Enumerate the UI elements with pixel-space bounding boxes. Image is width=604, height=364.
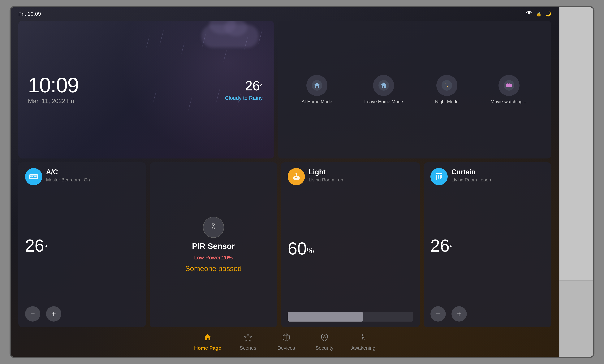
- curtain-name: Curtain: [452, 168, 491, 176]
- curtain-header: Curtain Living Room · open: [430, 168, 544, 185]
- right-panel-top: [559, 7, 593, 280]
- pir-status: Someone passed: [185, 264, 242, 273]
- ac-icon: [25, 168, 42, 185]
- ac-controls: − +: [25, 306, 139, 322]
- light-brightness-value: 60: [288, 239, 307, 258]
- scene-leave-home[interactable]: Leave Home Mode: [364, 75, 403, 104]
- nav-devices[interactable]: Devices: [275, 333, 298, 351]
- curtain-icon: [430, 168, 448, 185]
- svg-point-0: [529, 14, 530, 15]
- ac-name: A/C: [46, 168, 90, 176]
- light-unit: %: [307, 246, 314, 255]
- nav-security-label: Security: [315, 345, 333, 351]
- ac-value-group: 26°: [25, 237, 139, 254]
- ac-unit: °: [44, 243, 47, 252]
- light-name: Light: [309, 168, 343, 176]
- scene-night[interactable]: Night Mode: [435, 75, 459, 104]
- curtain-unit: °: [450, 243, 453, 252]
- lock-icon: 🔒: [536, 11, 542, 17]
- svg-point-4: [384, 83, 385, 85]
- svg-rect-22: [436, 173, 442, 174]
- ac-temperature: 26: [25, 236, 44, 255]
- svg-point-7: [449, 84, 449, 85]
- scene-movie[interactable]: Movie-watching ...: [491, 75, 528, 104]
- nav-devices-icon: [282, 333, 290, 344]
- right-panel-bottom: [559, 280, 593, 357]
- brightness-bar[interactable]: [288, 312, 413, 322]
- pir-name: PIR Sensor: [192, 242, 235, 251]
- pir-icon: [203, 217, 224, 238]
- nav-security[interactable]: Security: [313, 333, 336, 351]
- light-value-group: 60%: [288, 240, 413, 257]
- scenes-card: At Home Mode Leave Home: [278, 21, 551, 159]
- curtain-controls: − +: [430, 306, 544, 322]
- content-area: 10:09 Mar. 11, 2022 Fri. 26° Cloudy to R…: [11, 19, 559, 329]
- scene-leave-home-label: Leave Home Mode: [364, 99, 403, 104]
- scene-leave-home-icon: [373, 75, 394, 96]
- nav-home-label: Home Page: [194, 345, 221, 351]
- scene-at-home[interactable]: At Home Mode: [302, 75, 332, 104]
- nav-scenes-icon: [244, 333, 252, 344]
- svg-rect-26: [441, 175, 442, 178]
- scene-movie-icon: [499, 75, 519, 96]
- light-header: Light Living Room · on: [288, 168, 413, 185]
- svg-rect-23: [436, 175, 437, 180]
- svg-point-33: [362, 334, 364, 336]
- scene-movie-label: Movie-watching ...: [491, 99, 528, 104]
- nav-scenes[interactable]: Scenes: [237, 333, 259, 351]
- svg-point-11: [509, 83, 510, 84]
- svg-point-6: [446, 84, 446, 84]
- curtain-decrease-button[interactable]: −: [430, 306, 446, 322]
- pir-power-alert: Low Power:20%: [194, 255, 233, 261]
- nav-bar: Home Page Scenes: [11, 329, 559, 357]
- svg-rect-24: [438, 175, 439, 178]
- status-bar: Fri. 10:09 🔒 🌙: [11, 7, 559, 19]
- weather-card: 10:09 Mar. 11, 2022 Fri. 26° Cloudy to R…: [18, 21, 274, 159]
- curtain-card[interactable]: Curtain Living Room · open 26° − +: [424, 162, 551, 327]
- device-frame: Fri. 10:09 🔒 🌙: [10, 6, 594, 358]
- svg-rect-15: [32, 176, 33, 177]
- nav-home-icon: [203, 333, 212, 344]
- svg-rect-25: [440, 175, 441, 179]
- light-subtitle: Living Room · on: [309, 177, 343, 183]
- weather-info: 26° Cloudy to Rainy: [225, 78, 263, 101]
- nav-home[interactable]: Home Page: [194, 333, 221, 351]
- ac-increase-button[interactable]: +: [46, 306, 61, 322]
- nav-awakening[interactable]: Awakening: [351, 333, 375, 351]
- right-panel: [559, 7, 593, 357]
- pir-card: PIR Sensor Low Power:20% Someone passed: [150, 162, 277, 327]
- brightness-fill: [288, 312, 363, 322]
- light-icon: [288, 168, 305, 185]
- svg-marker-27: [244, 334, 252, 341]
- scene-at-home-label: At Home Mode: [302, 99, 332, 104]
- svg-point-21: [295, 173, 297, 175]
- nav-devices-label: Devices: [277, 345, 295, 351]
- light-title-group: Light Living Room · on: [309, 168, 343, 183]
- ac-header: A/C Master Bedroom · On: [25, 168, 139, 185]
- weather-temperature: 26°: [225, 78, 263, 93]
- svg-point-10: [507, 83, 508, 84]
- curtain-value: 26: [430, 236, 450, 255]
- curtain-subtitle: Living Room · open: [452, 177, 491, 183]
- scene-night-icon: [436, 75, 457, 96]
- svg-point-31: [323, 336, 325, 338]
- nav-security-icon: [320, 333, 329, 344]
- nav-awakening-label: Awakening: [351, 345, 375, 351]
- top-row: 10:09 Mar. 11, 2022 Fri. 26° Cloudy to R…: [18, 21, 551, 159]
- status-icons: 🔒 🌙: [526, 11, 551, 17]
- wifi-icon: [526, 11, 532, 17]
- moon-icon: 🌙: [545, 11, 551, 17]
- curtain-increase-button[interactable]: +: [452, 306, 467, 322]
- ac-decrease-button[interactable]: −: [25, 306, 40, 322]
- light-card[interactable]: Light Living Room · on 60%: [281, 162, 420, 327]
- svg-point-18: [212, 223, 215, 226]
- svg-rect-16: [34, 176, 35, 177]
- svg-point-2: [316, 84, 317, 85]
- curtain-title-group: Curtain Living Room · open: [452, 168, 491, 183]
- status-time: Fri. 10:09: [18, 11, 41, 17]
- ac-card[interactable]: A/C Master Bedroom · On 26° − +: [18, 162, 146, 327]
- svg-rect-14: [30, 176, 32, 177]
- nav-scenes-label: Scenes: [240, 345, 256, 351]
- ac-subtitle: Master Bedroom · On: [46, 177, 90, 183]
- svg-point-5: [441, 80, 452, 91]
